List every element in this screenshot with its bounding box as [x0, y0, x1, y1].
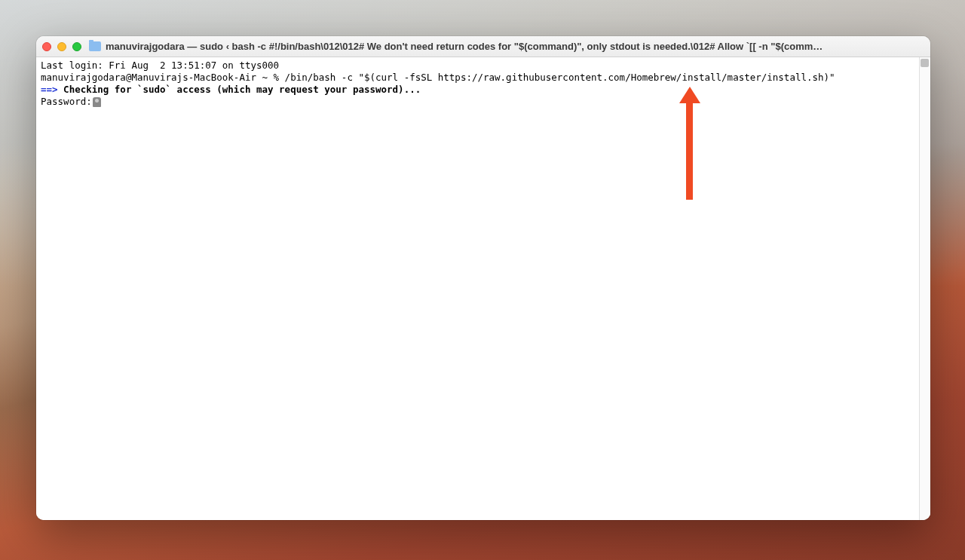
maximize-button[interactable] [72, 42, 81, 51]
key-icon [93, 97, 101, 107]
folder-icon [89, 41, 101, 51]
last-login-line: Last login: Fri Aug 2 13:51:07 on ttys00… [41, 60, 926, 72]
arrow-prefix: ==> [41, 84, 58, 95]
status-text: Checking for `sudo` access (which may re… [58, 84, 421, 95]
password-label: Password: [41, 96, 92, 107]
password-prompt: Password: [41, 96, 926, 108]
terminal-body[interactable]: Last login: Fri Aug 2 13:51:07 on ttys00… [36, 57, 930, 520]
minimize-button[interactable] [57, 42, 66, 51]
scrollbar-thumb[interactable] [921, 59, 929, 67]
close-button[interactable] [42, 42, 51, 51]
status-line: ==> Checking for `sudo` access (which ma… [41, 84, 926, 96]
command-line: manuvirajgodara@Manuvirajs-MacBook-Air ~… [41, 72, 926, 84]
traffic-lights [42, 42, 81, 51]
terminal-window: manuvirajgodara — sudo ‹ bash -c #!/bin/… [36, 36, 930, 520]
scrollbar-track[interactable] [919, 57, 930, 520]
title-bar[interactable]: manuvirajgodara — sudo ‹ bash -c #!/bin/… [36, 36, 930, 57]
window-title: manuvirajgodara — sudo ‹ bash -c #!/bin/… [106, 41, 924, 52]
